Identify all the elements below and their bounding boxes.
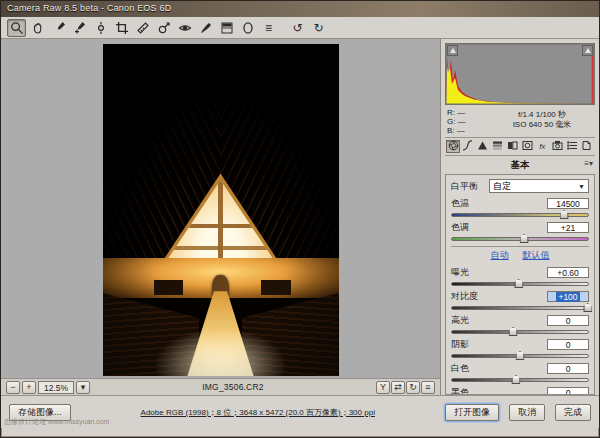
split-toning-tab[interactable] [506,140,520,153]
eyedropper-icon [52,21,66,35]
exif-line-1: f/1.4 1/100 秒 [491,110,593,120]
slider-track[interactable] [451,327,589,336]
hsl-grayscale-tab[interactable] [491,140,505,153]
image-canvas[interactable] [1,39,440,378]
preview-menu-toggle[interactable]: ≡ [421,381,435,394]
filename-label: IMG_3506.CR2 [92,382,374,392]
snapshots-tab[interactable] [580,140,594,153]
shadow-clipping-toggle[interactable] [447,45,458,56]
preview-status-bar: − + 12.5% ▾ IMG_3506.CR2 Y ⇄ ↻ ≡ [1,378,440,395]
slider-value-field[interactable]: +0.60 [547,267,589,278]
slider-handle[interactable] [511,375,520,384]
slider-value-field[interactable]: +100 [547,291,589,302]
histogram-plot [446,44,594,104]
zoom-tool-button[interactable] [7,19,26,37]
zoom-in-button[interactable]: + [22,381,36,394]
done-button[interactable]: 完成 [555,404,591,421]
white-balance-select[interactable]: 自定 ▼ [489,179,589,193]
slider-handle[interactable] [509,327,518,336]
white-balance-row: 白平衡 自定 ▼ [451,179,589,193]
slider-handle[interactable] [560,210,569,219]
eyedropper-plus-icon [73,21,87,35]
main-area: − + 12.5% ▾ IMG_3506.CR2 Y ⇄ ↻ ≡ [1,39,599,395]
slider-track[interactable] [451,303,589,312]
zoom-level-field[interactable]: 12.5% [38,381,74,394]
r-value: — [457,108,465,117]
adjustment-brush-tool-button[interactable] [196,19,215,37]
camera-icon [552,140,563,153]
open-image-button[interactable]: 打开图像 [445,404,499,421]
straighten-tool-button[interactable] [133,19,152,37]
slider-handle[interactable] [520,234,529,243]
rotate-left-tool-button[interactable]: ↺ [288,19,307,37]
capture-info: R: — G: — B: — f/1.4 1/100 秒 ISO 640 50 … [445,105,595,138]
snapshot-icon [581,140,592,153]
zoom-out-button[interactable]: − [6,381,20,394]
auto-default-row: 自动 默认值 [451,246,589,266]
panel-menu-icon[interactable]: ≡▾ [584,159,593,168]
histogram[interactable] [445,43,595,105]
spot-removal-tool-button[interactable] [154,19,173,37]
red-eye-tool-button[interactable] [175,19,194,37]
aperture-icon [448,140,459,153]
before-after-preview-toggle[interactable]: Y [376,381,390,394]
lens-corrections-tab[interactable] [520,140,534,153]
presets-tab[interactable] [565,140,579,153]
rotate-ccw-icon: ↺ [292,21,302,35]
slider-track[interactable] [451,375,589,384]
slider-value-field[interactable]: 0 [547,363,589,374]
tone-curve-tab[interactable] [461,140,475,153]
slider-handle[interactable] [516,351,525,360]
rotate-cw-icon: ↻ [313,21,323,35]
slider-handle[interactable] [583,303,592,312]
slider-track[interactable] [451,351,589,360]
slider-handle[interactable] [514,279,523,288]
hand-tool-button[interactable] [28,19,47,37]
crop-icon [115,21,129,35]
slider-value-field[interactable]: 14500 [547,198,589,209]
exif-line-2: ISO 640 50 毫米 [491,120,593,130]
slider-exposure: 曝光 +0.60 [451,266,589,288]
detail-tab[interactable] [476,140,490,153]
slider-value-field[interactable]: 0 [547,339,589,350]
highlight-clipping-icon [585,48,591,53]
radial-filter-tool-button[interactable] [238,19,257,37]
slider-value-field[interactable]: +21 [547,222,589,233]
slider-contrast: 对比度 +100 [451,290,589,312]
default-link[interactable]: 默认值 [523,249,550,262]
rotate-right-tool-button[interactable]: ↻ [309,19,328,37]
eye-icon [178,21,192,35]
swap-before-after-toggle[interactable]: ⇄ [391,381,405,394]
slider-temperature: 色温 14500 [451,197,589,219]
panel-tabs: fx [445,138,595,156]
preferences-tool-button[interactable]: ≡ [259,19,278,37]
slider-track[interactable] [451,279,589,288]
zoom-dropdown-button[interactable]: ▾ [76,381,90,394]
highlight-clipping-toggle[interactable] [582,45,593,56]
crop-tool-button[interactable] [112,19,131,37]
effects-tab[interactable]: fx [535,140,549,153]
copy-settings-toggle[interactable]: ↻ [406,381,420,394]
workflow-options-link[interactable]: Adobe RGB (1998)；8 位；3648 x 5472 (20.0 百… [71,407,445,418]
color-sampler-tool-button[interactable] [70,19,89,37]
cancel-button[interactable]: 取消 [509,404,545,421]
slider-value-field[interactable]: 0 [547,387,589,396]
targeted-adjustment-tool-button[interactable] [91,19,110,37]
heal-icon [157,21,171,35]
slider-label: 对比度 [451,290,478,303]
white-balance-tool-button[interactable] [49,19,68,37]
preferences-icon: ≡ [265,21,272,35]
slider-track[interactable] [451,210,589,219]
graduated-filter-tool-button[interactable] [217,19,236,37]
footer-buttons: 打开图像 取消 完成 [445,404,591,421]
tone-sliders-host: 曝光 +0.60 对比度 +100 高光 0 阴影 0 [451,266,589,395]
list-icon [567,140,578,153]
title-bar[interactable]: Camera Raw 8.5 beta - Canon EOS 6D [1,1,599,17]
slider-track[interactable] [451,234,589,243]
auto-link[interactable]: 自动 [491,249,509,262]
slider-value-field[interactable]: 0 [547,315,589,326]
ruler-icon [136,21,150,35]
basic-tab[interactable] [446,140,460,153]
photo-preview[interactable] [103,44,339,376]
camera-calibration-tab[interactable] [550,140,564,153]
